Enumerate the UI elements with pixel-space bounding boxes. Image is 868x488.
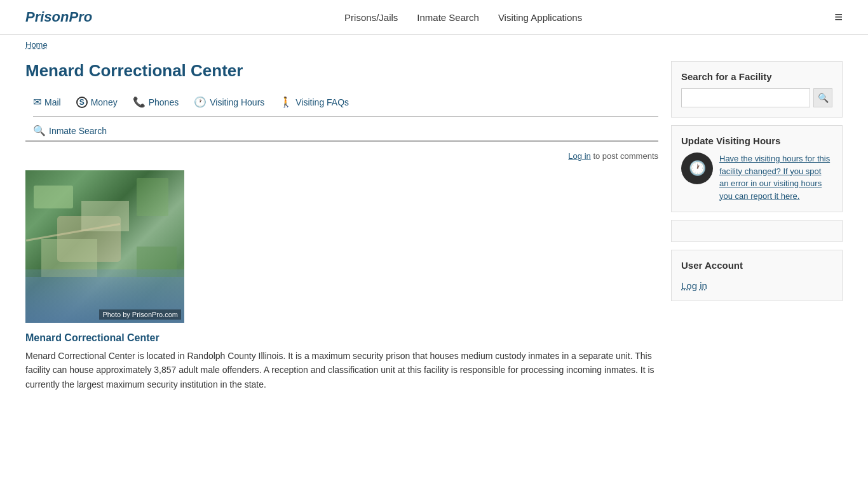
nav-visiting-applications[interactable]: Visiting Applications bbox=[498, 12, 582, 23]
tab-visiting-hours[interactable]: 🕐 Visiting Hours bbox=[186, 92, 272, 113]
search-facility-panel: Search for a Facility 🔍 bbox=[671, 61, 843, 118]
search-tab-icon: 🔍 bbox=[33, 125, 46, 137]
search-input[interactable] bbox=[681, 88, 810, 107]
main-content: Menard Correctional Center ✉ Mail S Mone… bbox=[25, 61, 658, 391]
user-account-panel: User Account Log in bbox=[671, 250, 843, 301]
breadcrumb: Home bbox=[0, 35, 868, 55]
logo: PrisonPro bbox=[25, 9, 92, 25]
tab-inmate-search-label: Inmate Search bbox=[49, 126, 107, 136]
tab-mail[interactable]: ✉ Mail bbox=[25, 92, 69, 113]
nav-inmate-search[interactable]: Inmate Search bbox=[417, 12, 479, 23]
tab-divider bbox=[33, 116, 658, 117]
clock-tab-icon: 🕐 bbox=[194, 96, 207, 108]
clock-icon: 🕐 bbox=[689, 160, 706, 177]
tab-money-label: Money bbox=[91, 97, 118, 107]
tab-mail-label: Mail bbox=[44, 97, 61, 107]
tab-money[interactable]: S Money bbox=[69, 92, 125, 113]
tab-phones[interactable]: 📞 Phones bbox=[125, 92, 186, 113]
photo-credit: Photo by PrisonPro.com bbox=[99, 309, 181, 320]
login-link[interactable]: Log in bbox=[568, 151, 590, 161]
update-visiting-title: Update Visiting Hours bbox=[681, 135, 832, 146]
mail-icon: ✉ bbox=[33, 96, 41, 108]
update-text: Have the visiting hours for this facilit… bbox=[719, 152, 832, 202]
money-icon: S bbox=[76, 97, 88, 108]
tab-visiting-faqs[interactable]: 🚶 Visiting FAQs bbox=[272, 92, 356, 113]
facility-image bbox=[25, 170, 184, 323]
facility-subtitle: Menard Correctional Center bbox=[25, 332, 658, 344]
nav-prisons[interactable]: Prisons/Jails bbox=[344, 12, 398, 23]
user-account-title: User Account bbox=[681, 260, 832, 271]
hamburger-icon[interactable]: ≡ bbox=[834, 9, 843, 25]
page-title: Menard Correctional Center bbox=[25, 61, 658, 81]
search-button[interactable]: 🔍 bbox=[813, 88, 832, 107]
empty-panel bbox=[671, 220, 843, 242]
phone-icon: 📞 bbox=[133, 96, 146, 108]
user-login-link[interactable]: Log in bbox=[681, 280, 707, 291]
search-facility-title: Search for a Facility bbox=[681, 71, 832, 82]
tab-nav: ✉ Mail S Money 📞 Phones 🕐 Visiting Hours… bbox=[25, 92, 658, 113]
search-row: 🔍 bbox=[681, 88, 832, 107]
person-icon: 🚶 bbox=[280, 96, 292, 108]
tab-inmate-search[interactable]: 🔍 Inmate Search bbox=[25, 121, 658, 142]
header: PrisonPro Prisons/Jails Inmate Search Vi… bbox=[0, 0, 868, 35]
tab-visiting-hours-label: Visiting Hours bbox=[210, 97, 264, 107]
facility-image-wrapper: Photo by PrisonPro.com bbox=[25, 170, 184, 323]
update-content: 🕐 Have the visiting hours for this facil… bbox=[681, 152, 832, 202]
login-line-text: to post comments bbox=[593, 151, 658, 161]
update-visiting-link[interactable]: Have the visiting hours for this facilit… bbox=[719, 154, 830, 201]
tab-visiting-faqs-label: Visiting FAQs bbox=[295, 97, 349, 107]
login-line: Log in to post comments bbox=[25, 151, 658, 161]
sidebar: Search for a Facility 🔍 Update Visiting … bbox=[671, 61, 843, 391]
update-visiting-panel: Update Visiting Hours 🕐 Have the visitin… bbox=[671, 125, 843, 212]
facility-description: Menard Correctional Center is located in… bbox=[25, 349, 658, 391]
breadcrumb-home[interactable]: Home bbox=[25, 40, 48, 50]
main-nav: Prisons/Jails Inmate Search Visiting App… bbox=[344, 12, 582, 23]
tab-phones-label: Phones bbox=[149, 97, 179, 107]
search-button-icon: 🔍 bbox=[818, 93, 829, 103]
update-clock-icon: 🕐 bbox=[681, 152, 713, 184]
